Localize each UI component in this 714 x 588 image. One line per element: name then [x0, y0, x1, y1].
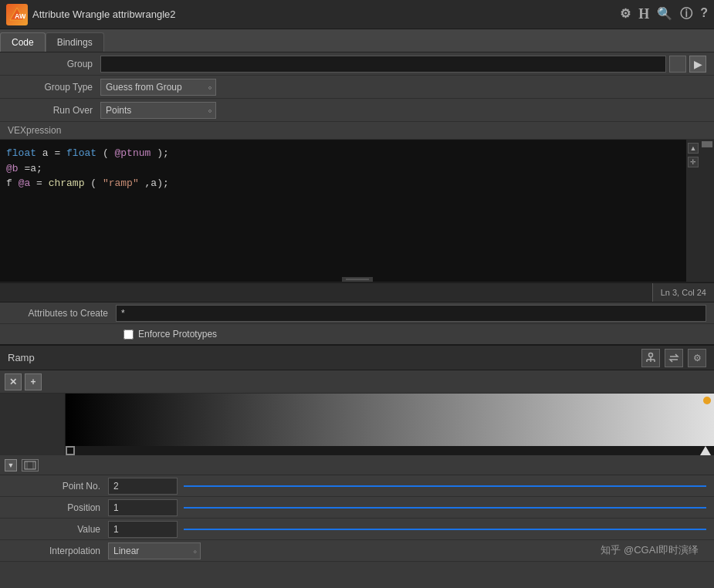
group-type-select[interactable]: Guess from Group Points Edges Primitives…	[100, 79, 216, 96]
ramp-fit-btn[interactable]	[22, 459, 39, 471]
run-over-select-wrapper: Points Edges Primitives Vertices Numbers…	[100, 102, 216, 119]
value-row: Value	[0, 519, 714, 540]
ramp-header: Ramp ⚙	[0, 346, 714, 370]
position-slider[interactable]	[184, 507, 706, 509]
attributes-label: Attributes to Create	[8, 308, 116, 319]
vexpression-label: VEXpression	[0, 122, 714, 140]
point-no-slider[interactable]	[184, 485, 706, 487]
run-over-row: Run Over Points Edges Primitives Vertice…	[0, 99, 714, 122]
ramp-delete-point-btn[interactable]: ✕	[5, 373, 22, 390]
position-input[interactable]	[108, 499, 178, 516]
enforce-label: Enforce Prototypes	[138, 329, 217, 340]
ramp-section: Ramp ⚙ ✕	[0, 346, 714, 562]
position-row: Position	[0, 497, 714, 519]
ramp-gradient-area[interactable]	[66, 394, 714, 448]
group-dropdown-wrapper	[669, 56, 686, 73]
interpolation-select[interactable]: Constant Linear Catmull-Rom Monotone Cub…	[108, 542, 201, 559]
interpolation-row: Interpolation Constant Linear Catmull-Ro…	[0, 540, 714, 562]
code-line-3: f @a = chramp ( "ramp" ,a);	[6, 176, 680, 191]
enforce-checkbox[interactable]	[124, 329, 134, 340]
value-input[interactable]	[108, 521, 178, 538]
ramp-left-panel	[0, 394, 66, 455]
status-bar: Ln 3, Col 24	[0, 282, 714, 302]
group-dropdown[interactable]	[669, 56, 686, 73]
title-bar: AW Attribute Wrangle attribwrangle2 ⚙ H …	[0, 0, 714, 29]
info-icon[interactable]: ⓘ	[680, 6, 692, 22]
ramp-top-right-marker[interactable]	[703, 397, 711, 404]
attributes-row: Attributes to Create	[0, 302, 714, 324]
ramp-add-point-btn[interactable]: +	[25, 373, 42, 390]
window-title: Attribute Wrangle attribwrangle2	[32, 8, 620, 20]
group-label: Group	[8, 59, 100, 69]
h-button[interactable]: H	[638, 6, 649, 22]
ramp-settings-icon-btn[interactable]: ⚙	[688, 349, 706, 367]
group-input[interactable]	[100, 56, 666, 73]
ramp-form: Point No. Position Value Interpolation C…	[0, 475, 714, 562]
enforce-row: Enforce Prototypes	[0, 324, 714, 346]
main-content: Group ▶ Group Type Guess from Group Poin…	[0, 52, 714, 346]
ramp-display[interactable]	[0, 394, 714, 455]
gear-icon[interactable]: ⚙	[620, 6, 631, 22]
ramp-markers-row	[66, 446, 714, 455]
interpolation-label: Interpolation	[8, 546, 108, 556]
group-type-select-wrapper: Guess from Group Points Edges Primitives…	[100, 79, 216, 96]
title-controls: ⚙ H 🔍 ⓘ ?	[620, 6, 708, 22]
ramp-header-icons: ⚙	[641, 349, 706, 367]
run-over-label: Run Over	[8, 105, 100, 116]
cursor-position: Ln 3, Col 24	[652, 283, 714, 302]
run-over-select[interactable]: Points Edges Primitives Vertices Numbers	[100, 102, 216, 119]
point-no-input[interactable]	[108, 478, 178, 495]
ramp-title: Ramp	[8, 352, 641, 363]
position-label: Position	[8, 502, 108, 513]
code-resize-handle[interactable]	[342, 277, 373, 282]
tabs-bar: Code Bindings	[0, 29, 714, 52]
value-label: Value	[8, 524, 108, 535]
group-input-container: ▶	[100, 56, 706, 73]
svg-rect-7	[66, 394, 714, 448]
search-icon[interactable]: 🔍	[657, 6, 672, 22]
help-icon[interactable]: ?	[700, 6, 708, 22]
code-tool-collapse[interactable]: ✛	[688, 157, 699, 167]
svg-point-2	[649, 353, 653, 357]
code-tool-expand[interactable]: ▲	[688, 143, 699, 154]
value-slider[interactable]	[184, 529, 706, 530]
svg-text:AW: AW	[15, 12, 25, 20]
group-row: Group ▶	[0, 52, 714, 76]
ramp-expand-row: ▼	[0, 455, 714, 475]
ramp-marker-black[interactable]	[66, 446, 75, 455]
point-no-label: Point No.	[8, 481, 108, 492]
status-input[interactable]	[0, 283, 652, 302]
ramp-swap-icon-btn[interactable]	[665, 349, 683, 367]
ramp-marker-white[interactable]	[700, 446, 711, 455]
tab-bindings[interactable]: Bindings	[46, 32, 104, 52]
code-scrollbar[interactable]	[700, 140, 714, 282]
ramp-expand-toggle[interactable]: ▼	[5, 459, 17, 471]
code-area-container: float a = float ( @ptnum ); @b =a; f @a …	[0, 140, 714, 282]
tab-code[interactable]: Code	[0, 32, 46, 52]
interp-select-wrapper: Constant Linear Catmull-Rom Monotone Cub…	[108, 542, 201, 559]
group-type-label: Group Type	[8, 82, 100, 93]
point-no-row: Point No.	[0, 475, 714, 497]
ramp-anchor-icon-btn[interactable]	[641, 349, 660, 367]
ramp-controls-bar: ✕ +	[0, 370, 714, 394]
code-line-2: @b =a;	[6, 161, 680, 177]
group-type-row: Group Type Guess from Group Points Edges…	[0, 76, 714, 99]
group-arrow-btn[interactable]: ▶	[689, 56, 706, 73]
app-icon: AW	[6, 4, 28, 25]
attributes-input[interactable]	[116, 305, 706, 322]
code-line-1: float a = float ( @ptnum );	[6, 146, 680, 161]
svg-rect-8	[25, 461, 36, 469]
